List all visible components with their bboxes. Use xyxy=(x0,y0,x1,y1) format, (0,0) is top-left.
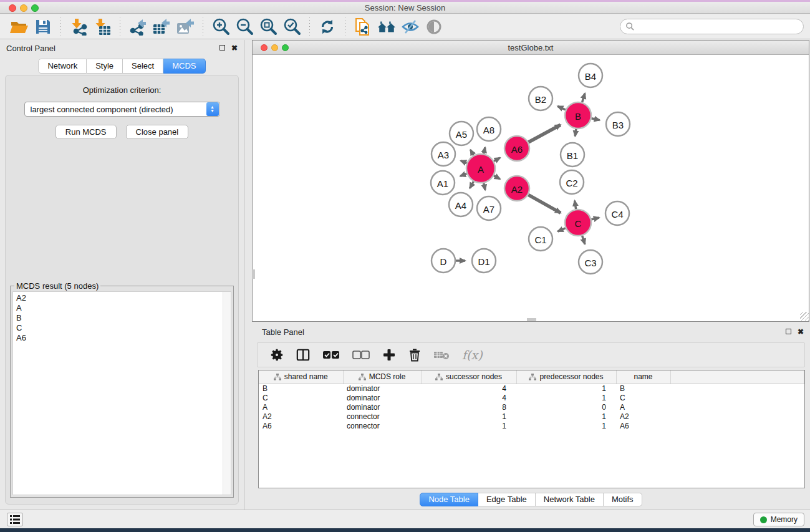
zoom-in-button[interactable] xyxy=(211,17,231,37)
graph-node-A5[interactable]: A5 xyxy=(450,122,473,145)
table-cell[interactable]: 1 xyxy=(516,412,616,421)
graph-node-A3[interactable]: A3 xyxy=(432,142,455,166)
window-resize-grip[interactable] xyxy=(800,312,809,321)
graph-edge-B-B4[interactable] xyxy=(582,94,585,102)
table-cell[interactable]: dominator xyxy=(343,393,421,402)
select-all-button[interactable] xyxy=(322,347,340,363)
close-panel-button[interactable]: Close panel xyxy=(126,125,189,139)
table-cell[interactable]: A xyxy=(259,402,343,412)
table-row[interactable]: Bdominator41B xyxy=(259,384,804,393)
refresh-button[interactable] xyxy=(317,17,337,37)
export-network-button[interactable] xyxy=(128,17,148,37)
graph-edge-A-A1[interactable] xyxy=(460,173,466,176)
graph-node-D1[interactable]: D1 xyxy=(472,249,496,273)
graph-edge-A2-C[interactable] xyxy=(528,195,561,213)
table-cell[interactable]: B xyxy=(616,384,670,393)
column-header-MCDS-role[interactable]: MCDS role xyxy=(343,370,421,384)
graph-node-B[interactable]: B xyxy=(565,102,591,128)
clone-network-button[interactable] xyxy=(353,17,373,37)
graph-edge-A-A5[interactable] xyxy=(471,150,474,155)
table-cell[interactable]: A2 xyxy=(259,412,343,421)
graph-node-B1[interactable]: B1 xyxy=(561,143,584,167)
zoom-fit-button[interactable] xyxy=(258,17,278,37)
show-graphics-details-button[interactable] xyxy=(424,17,444,37)
graph-edge-A-A7[interactable] xyxy=(484,183,485,190)
table-cell[interactable]: A6 xyxy=(259,421,343,430)
open-session-button[interactable] xyxy=(9,17,29,37)
mcds-result-item[interactable]: A6 xyxy=(16,333,231,343)
import-table-button[interactable] xyxy=(92,17,112,37)
table-row[interactable]: Cdominator41C xyxy=(259,393,804,402)
table-cell[interactable]: B xyxy=(259,384,343,393)
table-row[interactable]: Adominator80A xyxy=(259,402,804,412)
graph-node-A6[interactable]: A6 xyxy=(504,136,529,161)
tab-network-table[interactable]: Network Table xyxy=(536,493,604,506)
hide-graphics-details-button[interactable] xyxy=(400,17,420,37)
mcds-result-item[interactable]: A xyxy=(16,303,231,313)
graph-node-A[interactable]: A xyxy=(466,154,495,183)
table-cell[interactable]: C xyxy=(259,393,343,402)
mcds-result-item[interactable]: C xyxy=(16,323,231,333)
graph-node-A8[interactable]: A8 xyxy=(477,117,501,141)
float-panel-icon[interactable] xyxy=(786,328,791,336)
graph-edge-A-A3[interactable] xyxy=(461,161,467,163)
table-cell[interactable]: connector xyxy=(343,412,421,421)
graph-edge-C-C1[interactable] xyxy=(558,228,566,231)
tab-network[interactable]: Network xyxy=(38,59,87,74)
table-row[interactable]: A2connector11A2 xyxy=(259,412,804,421)
graph-edge-B-B2[interactable] xyxy=(557,106,566,110)
graph-edge-A-A4[interactable] xyxy=(470,181,473,188)
mcds-result-item[interactable]: A2 xyxy=(16,293,231,303)
column-header-name[interactable]: name xyxy=(616,370,670,384)
run-mcds-button[interactable]: Run MCDS xyxy=(55,125,117,139)
graph-node-C3[interactable]: C3 xyxy=(579,250,602,274)
mcds-result-list[interactable]: A2ABCA6 xyxy=(12,291,231,495)
tab-style[interactable]: Style xyxy=(87,59,123,74)
graph-node-A4[interactable]: A4 xyxy=(449,193,473,216)
graph-node-C1[interactable]: C1 xyxy=(529,227,552,251)
graph-node-A1[interactable]: A1 xyxy=(431,171,455,195)
table-cell[interactable]: 0 xyxy=(516,402,616,412)
graph-node-A7[interactable]: A7 xyxy=(477,196,501,220)
delete-table-button[interactable] xyxy=(433,347,450,363)
graph-node-B2[interactable]: B2 xyxy=(529,87,552,110)
table-cell[interactable]: A xyxy=(616,402,670,412)
graph-edge-A-A2[interactable] xyxy=(494,176,500,179)
zoom-selected-button[interactable] xyxy=(282,17,302,37)
float-panel-icon[interactable] xyxy=(219,44,225,52)
search-field[interactable] xyxy=(620,19,804,34)
network-horizontal-scrollbar[interactable] xyxy=(527,318,536,321)
tab-node-table[interactable]: Node Table xyxy=(420,493,478,506)
graph-edge-C-C2[interactable] xyxy=(575,201,576,210)
table-cell[interactable]: 1 xyxy=(516,384,616,393)
table-cell[interactable]: 1 xyxy=(516,393,616,402)
table-cell[interactable]: dominator xyxy=(343,384,421,393)
graph-edge-A-A6[interactable] xyxy=(494,158,500,161)
search-input[interactable] xyxy=(635,22,791,31)
table-cell[interactable]: 8 xyxy=(421,402,516,412)
table-cell[interactable]: dominator xyxy=(343,402,421,412)
graph-node-D[interactable]: D xyxy=(432,249,455,273)
graph-node-A2[interactable]: A2 xyxy=(504,176,529,201)
tab-select[interactable]: Select xyxy=(123,59,163,74)
function-builder-button[interactable]: f(x) xyxy=(462,347,483,363)
network-vertical-scrollbar[interactable] xyxy=(252,269,255,279)
graph-edge-A-A8[interactable] xyxy=(484,147,485,153)
show-panels-list-button[interactable] xyxy=(7,513,23,526)
graph-edge-B-B1[interactable] xyxy=(575,129,576,137)
table-cell[interactable]: 1 xyxy=(421,412,516,421)
tab-mcds[interactable]: MCDS xyxy=(163,59,205,74)
mcds-result-scrollbar[interactable] xyxy=(223,292,231,495)
create-column-button[interactable] xyxy=(382,347,396,363)
graph-edge-B-B3[interactable] xyxy=(591,118,599,120)
import-network-button[interactable] xyxy=(69,17,89,37)
graph-node-C4[interactable]: C4 xyxy=(605,201,629,225)
table-cell[interactable]: 4 xyxy=(421,393,516,402)
network-canvas[interactable]: B4B2BB3A8A5A6A3B1AA1C2A2A4A7C4CC1DD1C3 xyxy=(253,55,809,321)
column-header-predecessor-nodes[interactable]: predecessor nodes xyxy=(516,370,616,384)
table-settings-button[interactable] xyxy=(270,347,284,363)
criterion-dropdown[interactable]: largest connected component (directed) ▲… xyxy=(24,102,220,117)
graph-node-C[interactable]: C xyxy=(565,210,591,236)
memory-button[interactable]: Memory xyxy=(753,513,804,526)
save-session-button[interactable] xyxy=(33,17,53,37)
